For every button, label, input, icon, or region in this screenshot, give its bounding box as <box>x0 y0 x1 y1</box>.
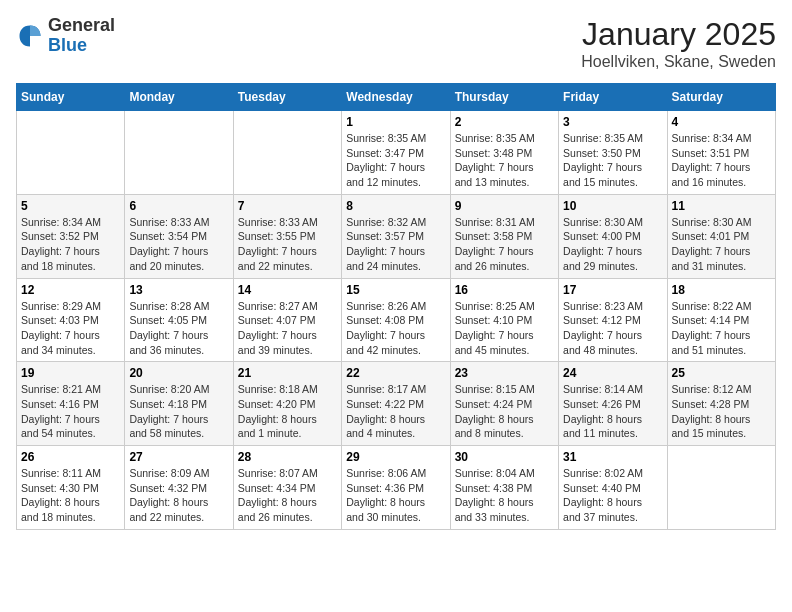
calendar-cell: 10Sunrise: 8:30 AM Sunset: 4:00 PM Dayli… <box>559 194 667 278</box>
cell-sun-info: Sunrise: 8:33 AM Sunset: 3:55 PM Dayligh… <box>238 215 337 274</box>
calendar-subtitle: Hoellviken, Skane, Sweden <box>581 53 776 71</box>
title-section: January 2025 Hoellviken, Skane, Sweden <box>581 16 776 71</box>
calendar-cell: 8Sunrise: 8:32 AM Sunset: 3:57 PM Daylig… <box>342 194 450 278</box>
cell-sun-info: Sunrise: 8:21 AM Sunset: 4:16 PM Dayligh… <box>21 382 120 441</box>
cell-sun-info: Sunrise: 8:23 AM Sunset: 4:12 PM Dayligh… <box>563 299 662 358</box>
cell-day-number: 15 <box>346 283 445 297</box>
cell-sun-info: Sunrise: 8:26 AM Sunset: 4:08 PM Dayligh… <box>346 299 445 358</box>
calendar-cell: 31Sunrise: 8:02 AM Sunset: 4:40 PM Dayli… <box>559 446 667 530</box>
weekday-header-sunday: Sunday <box>17 84 125 111</box>
calendar-cell: 14Sunrise: 8:27 AM Sunset: 4:07 PM Dayli… <box>233 278 341 362</box>
cell-day-number: 6 <box>129 199 228 213</box>
calendar-cell: 9Sunrise: 8:31 AM Sunset: 3:58 PM Daylig… <box>450 194 558 278</box>
calendar-cell: 18Sunrise: 8:22 AM Sunset: 4:14 PM Dayli… <box>667 278 775 362</box>
cell-sun-info: Sunrise: 8:34 AM Sunset: 3:52 PM Dayligh… <box>21 215 120 274</box>
cell-day-number: 30 <box>455 450 554 464</box>
calendar-week-row: 26Sunrise: 8:11 AM Sunset: 4:30 PM Dayli… <box>17 446 776 530</box>
calendar-cell: 28Sunrise: 8:07 AM Sunset: 4:34 PM Dayli… <box>233 446 341 530</box>
calendar-cell <box>667 446 775 530</box>
cell-day-number: 17 <box>563 283 662 297</box>
cell-sun-info: Sunrise: 8:12 AM Sunset: 4:28 PM Dayligh… <box>672 382 771 441</box>
cell-sun-info: Sunrise: 8:27 AM Sunset: 4:07 PM Dayligh… <box>238 299 337 358</box>
cell-day-number: 2 <box>455 115 554 129</box>
cell-day-number: 11 <box>672 199 771 213</box>
cell-day-number: 20 <box>129 366 228 380</box>
calendar-cell: 21Sunrise: 8:18 AM Sunset: 4:20 PM Dayli… <box>233 362 341 446</box>
calendar-cell: 23Sunrise: 8:15 AM Sunset: 4:24 PM Dayli… <box>450 362 558 446</box>
weekday-header-tuesday: Tuesday <box>233 84 341 111</box>
calendar-cell: 26Sunrise: 8:11 AM Sunset: 4:30 PM Dayli… <box>17 446 125 530</box>
logo-text: General Blue <box>48 16 115 56</box>
calendar-week-row: 5Sunrise: 8:34 AM Sunset: 3:52 PM Daylig… <box>17 194 776 278</box>
cell-sun-info: Sunrise: 8:31 AM Sunset: 3:58 PM Dayligh… <box>455 215 554 274</box>
logo-blue-text: Blue <box>48 36 115 56</box>
cell-day-number: 5 <box>21 199 120 213</box>
calendar-cell <box>233 111 341 195</box>
calendar-cell: 19Sunrise: 8:21 AM Sunset: 4:16 PM Dayli… <box>17 362 125 446</box>
calendar-cell: 16Sunrise: 8:25 AM Sunset: 4:10 PM Dayli… <box>450 278 558 362</box>
cell-sun-info: Sunrise: 8:25 AM Sunset: 4:10 PM Dayligh… <box>455 299 554 358</box>
cell-sun-info: Sunrise: 8:07 AM Sunset: 4:34 PM Dayligh… <box>238 466 337 525</box>
calendar-cell: 25Sunrise: 8:12 AM Sunset: 4:28 PM Dayli… <box>667 362 775 446</box>
calendar-cell: 12Sunrise: 8:29 AM Sunset: 4:03 PM Dayli… <box>17 278 125 362</box>
calendar-cell: 22Sunrise: 8:17 AM Sunset: 4:22 PM Dayli… <box>342 362 450 446</box>
cell-sun-info: Sunrise: 8:02 AM Sunset: 4:40 PM Dayligh… <box>563 466 662 525</box>
cell-day-number: 29 <box>346 450 445 464</box>
calendar-cell: 15Sunrise: 8:26 AM Sunset: 4:08 PM Dayli… <box>342 278 450 362</box>
weekday-header-friday: Friday <box>559 84 667 111</box>
calendar-week-row: 1Sunrise: 8:35 AM Sunset: 3:47 PM Daylig… <box>17 111 776 195</box>
cell-day-number: 18 <box>672 283 771 297</box>
cell-sun-info: Sunrise: 8:14 AM Sunset: 4:26 PM Dayligh… <box>563 382 662 441</box>
weekday-header-row: SundayMondayTuesdayWednesdayThursdayFrid… <box>17 84 776 111</box>
cell-sun-info: Sunrise: 8:30 AM Sunset: 4:01 PM Dayligh… <box>672 215 771 274</box>
calendar-cell: 11Sunrise: 8:30 AM Sunset: 4:01 PM Dayli… <box>667 194 775 278</box>
calendar-cell: 20Sunrise: 8:20 AM Sunset: 4:18 PM Dayli… <box>125 362 233 446</box>
cell-day-number: 19 <box>21 366 120 380</box>
cell-day-number: 27 <box>129 450 228 464</box>
cell-sun-info: Sunrise: 8:35 AM Sunset: 3:50 PM Dayligh… <box>563 131 662 190</box>
logo-general-text: General <box>48 16 115 36</box>
cell-sun-info: Sunrise: 8:06 AM Sunset: 4:36 PM Dayligh… <box>346 466 445 525</box>
cell-day-number: 8 <box>346 199 445 213</box>
cell-day-number: 4 <box>672 115 771 129</box>
calendar-table: SundayMondayTuesdayWednesdayThursdayFrid… <box>16 83 776 530</box>
cell-day-number: 14 <box>238 283 337 297</box>
cell-day-number: 22 <box>346 366 445 380</box>
cell-sun-info: Sunrise: 8:35 AM Sunset: 3:48 PM Dayligh… <box>455 131 554 190</box>
calendar-cell <box>125 111 233 195</box>
calendar-cell: 3Sunrise: 8:35 AM Sunset: 3:50 PM Daylig… <box>559 111 667 195</box>
cell-sun-info: Sunrise: 8:29 AM Sunset: 4:03 PM Dayligh… <box>21 299 120 358</box>
cell-day-number: 28 <box>238 450 337 464</box>
weekday-header-wednesday: Wednesday <box>342 84 450 111</box>
cell-day-number: 16 <box>455 283 554 297</box>
calendar-cell: 27Sunrise: 8:09 AM Sunset: 4:32 PM Dayli… <box>125 446 233 530</box>
cell-day-number: 1 <box>346 115 445 129</box>
cell-day-number: 12 <box>21 283 120 297</box>
cell-day-number: 7 <box>238 199 337 213</box>
calendar-title: January 2025 <box>581 16 776 53</box>
cell-sun-info: Sunrise: 8:20 AM Sunset: 4:18 PM Dayligh… <box>129 382 228 441</box>
calendar-cell: 24Sunrise: 8:14 AM Sunset: 4:26 PM Dayli… <box>559 362 667 446</box>
cell-sun-info: Sunrise: 8:18 AM Sunset: 4:20 PM Dayligh… <box>238 382 337 441</box>
cell-day-number: 13 <box>129 283 228 297</box>
calendar-cell: 5Sunrise: 8:34 AM Sunset: 3:52 PM Daylig… <box>17 194 125 278</box>
cell-sun-info: Sunrise: 8:34 AM Sunset: 3:51 PM Dayligh… <box>672 131 771 190</box>
cell-sun-info: Sunrise: 8:28 AM Sunset: 4:05 PM Dayligh… <box>129 299 228 358</box>
calendar-cell: 7Sunrise: 8:33 AM Sunset: 3:55 PM Daylig… <box>233 194 341 278</box>
cell-sun-info: Sunrise: 8:33 AM Sunset: 3:54 PM Dayligh… <box>129 215 228 274</box>
cell-day-number: 10 <box>563 199 662 213</box>
weekday-header-saturday: Saturday <box>667 84 775 111</box>
calendar-cell <box>17 111 125 195</box>
calendar-cell: 13Sunrise: 8:28 AM Sunset: 4:05 PM Dayli… <box>125 278 233 362</box>
calendar-week-row: 19Sunrise: 8:21 AM Sunset: 4:16 PM Dayli… <box>17 362 776 446</box>
calendar-cell: 6Sunrise: 8:33 AM Sunset: 3:54 PM Daylig… <box>125 194 233 278</box>
cell-sun-info: Sunrise: 8:30 AM Sunset: 4:00 PM Dayligh… <box>563 215 662 274</box>
cell-sun-info: Sunrise: 8:04 AM Sunset: 4:38 PM Dayligh… <box>455 466 554 525</box>
calendar-week-row: 12Sunrise: 8:29 AM Sunset: 4:03 PM Dayli… <box>17 278 776 362</box>
cell-day-number: 3 <box>563 115 662 129</box>
logo: General Blue <box>16 16 115 56</box>
cell-day-number: 25 <box>672 366 771 380</box>
calendar-cell: 29Sunrise: 8:06 AM Sunset: 4:36 PM Dayli… <box>342 446 450 530</box>
cell-sun-info: Sunrise: 8:15 AM Sunset: 4:24 PM Dayligh… <box>455 382 554 441</box>
cell-sun-info: Sunrise: 8:32 AM Sunset: 3:57 PM Dayligh… <box>346 215 445 274</box>
